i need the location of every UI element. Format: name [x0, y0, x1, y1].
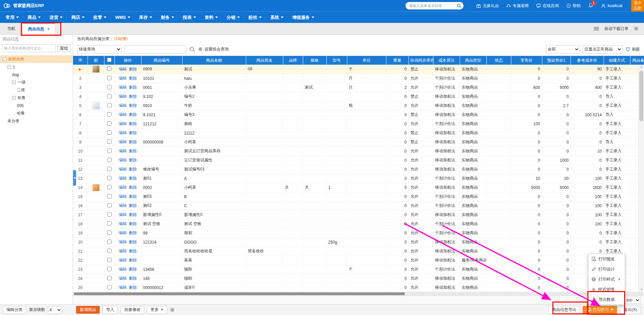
menu-item-增值服务[interactable]: 增值服务: [288, 12, 319, 23]
delete-link[interactable]: 删除: [129, 221, 137, 226]
col-header-cost[interactable]: 成本算法: [433, 56, 460, 65]
delete-link[interactable]: 删除: [129, 267, 137, 272]
menu-item-库存[interactable]: 库存: [135, 12, 157, 23]
delete-link[interactable]: 删除: [129, 94, 137, 99]
edit-link[interactable]: 编辑: [119, 167, 127, 171]
table-row[interactable]: ▶编辑删除0909测试09个0禁止移动加权法实物商品0090手工录入: [73, 65, 644, 74]
col-header-code[interactable]: 商品编号: [141, 56, 182, 65]
row-checkbox[interactable]: [107, 149, 111, 153]
col-header-model[interactable]: 型号: [326, 56, 347, 65]
col-header-retail[interactable]: 零售价: [511, 56, 542, 65]
search-icon[interactable]: [457, 3, 461, 8]
export-product-info-button[interactable]: 商品信息导出: [548, 306, 580, 314]
edit-link[interactable]: 编辑: [119, 249, 127, 253]
vertical-scrollbar[interactable]: ▲ ▼: [638, 65, 644, 292]
menu-search-box[interactable]: [406, 2, 463, 9]
row-checkbox[interactable]: [107, 158, 111, 162]
table-row[interactable]: 21编辑删除简名收拾收拾是简名收拾0允许移动加权法实物商品000手工录入: [73, 247, 644, 256]
delete-link[interactable]: 删除: [129, 158, 137, 162]
col-header-sync[interactable]: 自动同步库存: [409, 56, 433, 65]
product-thumbnail[interactable]: [92, 102, 100, 109]
menu-item-网店[interactable]: 网店: [67, 12, 89, 23]
edit-link[interactable]: 编辑: [119, 212, 127, 217]
table-row[interactable]: 10编辑删除测试云订货商品库存0允许移动加权法实物商品0010手工录入: [73, 147, 644, 156]
col-header-create[interactable]: 创建方式: [604, 56, 630, 65]
exit-button[interactable]: 退出(X): [620, 306, 641, 314]
row-checkbox[interactable]: [107, 221, 111, 226]
delete-link[interactable]: 删除: [129, 76, 137, 81]
col-header-type[interactable]: 商品类型: [460, 56, 486, 65]
delete-link[interactable]: 删除: [129, 112, 137, 117]
query-input[interactable]: [125, 45, 186, 54]
col-header-weight[interactable]: 重量: [386, 56, 409, 65]
table-row[interactable]: 9编辑删除000000008小柯基0禁止移动加权法实物商品000导入: [73, 137, 644, 147]
menu-item-财务[interactable]: 财务: [157, 12, 179, 23]
row-checkbox[interactable]: [107, 176, 111, 180]
collapse-icon[interactable]: −: [12, 96, 16, 100]
delete-link[interactable]: 删除: [129, 130, 137, 135]
style-manage-menu-item[interactable]: 样式管理: [588, 284, 625, 294]
tree-node-全部分类[interactable]: −全部分类: [0, 55, 73, 63]
edit-link[interactable]: 编辑: [119, 230, 127, 235]
scrollbar-thumb[interactable]: [74, 292, 405, 295]
edit-link[interactable]: 编辑: [119, 149, 127, 153]
col-header-op[interactable]: 操作: [115, 56, 141, 65]
row-checkbox[interactable]: [107, 285, 111, 289]
sidebar-collapse-handle[interactable]: ◀: [73, 170, 76, 186]
table-row[interactable]: 3编辑删除0001小乐乘测试只2允许个别计价法实物商品6005000400手工录…: [73, 83, 644, 92]
edit-link[interactable]: 编辑: [119, 194, 127, 199]
menu-item-WMS[interactable]: WMS: [111, 12, 135, 23]
delete-link[interactable]: 删除: [129, 249, 137, 253]
row-checkbox[interactable]: [107, 94, 111, 98]
normal-filter-select[interactable]: 仅显示正常商品: [583, 45, 622, 54]
menu-item-进货[interactable]: 进货: [45, 12, 67, 23]
gear-icon[interactable]: [634, 26, 639, 31]
product-thumbnail[interactable]: [92, 65, 100, 73]
table-row[interactable]: 18编辑删除测试 空格测试 空格0允许个别计价法实物商品00100手工录入: [73, 219, 644, 228]
delete-link[interactable]: 删除: [129, 121, 137, 126]
tab-nav[interactable]: 导航: [0, 23, 23, 34]
menu-item-常用[interactable]: 常用: [1, 12, 23, 23]
combo-query-button[interactable]: 设置组合查询: [198, 46, 229, 52]
col-header-unit[interactable]: 单位: [347, 56, 386, 65]
delete-link[interactable]: 删除: [129, 276, 137, 281]
col-header-note[interactable]: 商品备注: [630, 56, 644, 65]
col-header-img[interactable]: 图: [88, 56, 104, 65]
delete-link[interactable]: 删除: [129, 194, 137, 199]
edit-link[interactable]: 编辑: [119, 121, 127, 126]
page-size-select[interactable]: 500: [624, 297, 641, 304]
table-row[interactable]: 22编辑删除美美0允许移动加权法服务/劳务商品000手工录入: [73, 256, 644, 265]
menu-item-粉丝[interactable]: 粉丝: [244, 12, 266, 23]
edit-link[interactable]: 编辑: [119, 267, 127, 272]
scroll-up-icon[interactable]: ▲: [639, 65, 644, 69]
delete-link[interactable]: 删除: [129, 149, 137, 153]
tab-product-info[interactable]: 商品信息 ×: [23, 23, 55, 34]
scrollbar-thumb[interactable]: [639, 71, 643, 121]
gear-icon[interactable]: [170, 307, 175, 312]
category-filter-input[interactable]: [2, 44, 56, 52]
table-row[interactable]: 5编辑删除0910牛奶瓶0允许移动加权法实物商品02.70手工录入: [73, 101, 644, 110]
user-menu[interactable]: kuaikuai: [601, 3, 622, 8]
row-checkbox[interactable]: [107, 85, 111, 89]
row-checkbox[interactable]: [107, 258, 111, 262]
edit-link[interactable]: 编辑: [119, 67, 127, 71]
tree-node-1[interactable]: −1: [0, 63, 73, 71]
tree-node-dog[interactable]: dog: [0, 71, 73, 78]
row-checkbox[interactable]: [107, 139, 111, 144]
column-settings-icon[interactable]: [73, 56, 88, 65]
menu-item-分销[interactable]: 分销: [222, 12, 244, 23]
collapse-icon[interactable]: −: [3, 57, 6, 61]
table-row[interactable]: 12编辑删除修改编号测试编号010允许移动加权法实物商品000手工录入: [73, 165, 644, 174]
row-checkbox[interactable]: [107, 112, 111, 117]
row-checkbox[interactable]: [107, 121, 111, 126]
row-checkbox[interactable]: [107, 185, 111, 189]
close-icon[interactable]: ×: [47, 26, 50, 32]
row-checkbox[interactable]: [107, 240, 111, 244]
user-help-badge[interactable]: 用户互助: [631, 0, 644, 11]
table-row[interactable]: 20编辑删除121314GGGG250g0允许移动加权法实物商品000手工录入: [73, 238, 644, 247]
row-checkbox[interactable]: [107, 267, 111, 271]
edit-link[interactable]: 编辑: [119, 240, 127, 244]
table-row[interactable]: 25编辑删除000000012成本00允许移动加权法实物商品000手工录入: [73, 283, 644, 292]
scroll-down-icon[interactable]: ▼: [639, 287, 644, 292]
delete-link[interactable]: 删除: [129, 167, 137, 171]
